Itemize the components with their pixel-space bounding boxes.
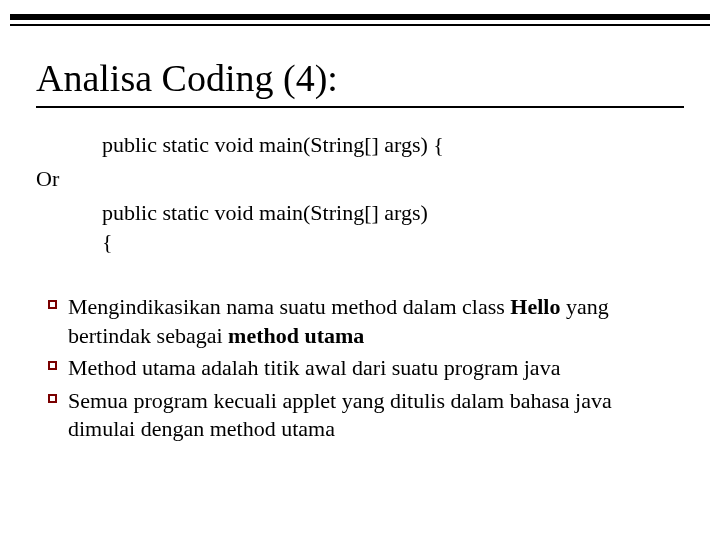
list-item: Semua program kecuali applet yang dituli…: [36, 387, 684, 444]
list-item: Method utama adalah titik awal dari suat…: [36, 354, 684, 383]
bullet-list: Mengindikasikan nama suatu method dalam …: [36, 293, 684, 444]
list-item: Mengindikasikan nama suatu method dalam …: [36, 293, 684, 350]
square-bullet-icon: [36, 354, 68, 370]
top-decorative-band: [10, 14, 710, 20]
bullet-text-bold: method utama: [228, 323, 364, 348]
or-label: Or: [36, 166, 684, 192]
bullet-text-segment: Method utama adalah titik awal dari suat…: [68, 355, 560, 380]
top-decorative-line: [10, 24, 710, 26]
slide: Analisa Coding (4): public static void m…: [0, 0, 720, 540]
square-bullet-icon: [36, 293, 68, 309]
slide-title: Analisa Coding (4):: [36, 58, 684, 108]
slide-body: public static void main(String[] args) {…: [36, 130, 684, 448]
bullet-text-segment: Semua program kecuali applet yang dituli…: [68, 388, 612, 442]
bullet-text: Semua program kecuali applet yang dituli…: [68, 387, 684, 444]
bullet-text: Method utama adalah titik awal dari suat…: [68, 354, 684, 383]
code-line-2a: public static void main(String[] args): [102, 198, 684, 228]
bullet-text-bold: Hello: [510, 294, 560, 319]
code-block-2: public static void main(String[] args) {: [102, 198, 684, 257]
bullet-text: Mengindikasikan nama suatu method dalam …: [68, 293, 684, 350]
square-bullet-icon: [36, 387, 68, 403]
code-line-1: public static void main(String[] args) {: [102, 130, 684, 160]
code-line-2b: {: [102, 227, 684, 257]
bullet-text-segment: Mengindikasikan nama suatu method dalam …: [68, 294, 510, 319]
